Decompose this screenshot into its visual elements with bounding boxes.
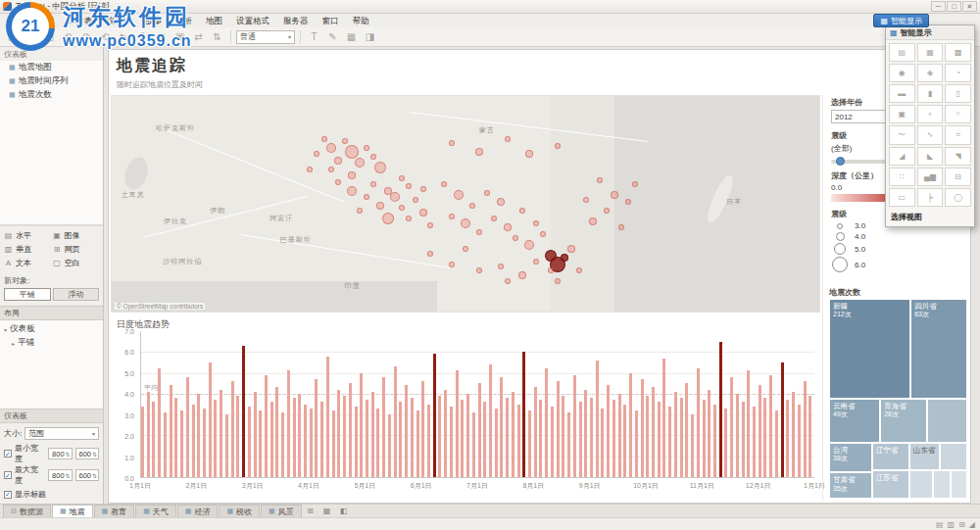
bar-mark[interactable] [483, 402, 486, 477]
earthquake-mark[interactable] [364, 194, 369, 200]
bar-mark[interactable] [747, 370, 750, 477]
sheet-tab[interactable]: ▦教育 [94, 505, 135, 517]
bar-mark[interactable] [366, 400, 368, 477]
bar-mark[interactable] [220, 390, 222, 477]
showme-scatter-plot[interactable]: ∷ [889, 168, 915, 186]
bar-mark[interactable] [534, 387, 537, 477]
sheet-tab[interactable]: ▦天气 [135, 505, 176, 517]
bar-mark[interactable] [275, 387, 278, 477]
bar-mark[interactable] [394, 366, 397, 477]
bar-mark[interactable] [170, 385, 172, 477]
bar-mark[interactable] [158, 368, 161, 477]
bar-mark[interactable] [293, 398, 296, 477]
bar-mark[interactable] [792, 392, 795, 477]
new-worksheet-icon[interactable]: ⊞ [153, 29, 170, 44]
sheet-tab[interactable]: ▦经济 [177, 505, 219, 517]
bar-mark[interactable] [798, 405, 801, 478]
size-mode-select[interactable]: 范围 ▾ [24, 427, 99, 440]
earthquake-mark[interactable] [406, 183, 412, 189]
menu-item[interactable]: 故事 [138, 14, 169, 27]
bar-mark[interactable] [337, 390, 340, 477]
tiled-toggle[interactable]: 平铺 [4, 288, 51, 301]
bar-mark[interactable] [804, 381, 807, 477]
pause-update-icon[interactable]: ‖ [134, 29, 151, 44]
earthquake-mark[interactable] [561, 254, 568, 262]
earthquake-mark[interactable] [376, 202, 384, 210]
treemap-block[interactable]: 新疆212次 [829, 299, 910, 399]
bar-mark[interactable] [567, 412, 570, 477]
size-legend-item[interactable]: 4.0 [831, 232, 966, 241]
showme-line-discrete[interactable]: ∿ [917, 125, 944, 146]
earthquake-mark[interactable] [567, 245, 575, 253]
bar-mark[interactable] [719, 342, 722, 477]
treemap-block[interactable] [951, 470, 967, 499]
save-icon[interactable]: ◫ [41, 29, 58, 44]
bar-mark[interactable] [713, 405, 716, 478]
object-text[interactable]: A文本 [4, 258, 51, 268]
bar-mark[interactable] [203, 409, 206, 477]
undo-icon[interactable]: ↶ [60, 29, 76, 44]
bar-mark[interactable] [236, 396, 239, 477]
earthquake-mark[interactable] [449, 214, 455, 219]
earthquake-mark[interactable] [399, 175, 405, 181]
earthquake-mark[interactable] [326, 143, 336, 153]
bar-mark[interactable] [528, 410, 531, 477]
size-legend-item[interactable]: 6.0 [831, 257, 966, 272]
size-checkbox[interactable]: ✓ [4, 450, 12, 458]
bar-mark[interactable] [500, 377, 503, 477]
treemap-block[interactable] [909, 470, 933, 499]
bar-mark[interactable] [522, 352, 525, 477]
showme-side-by-side-circle[interactable]: ⁘ [945, 105, 971, 123]
treemap-block[interactable]: 辽宁省 [872, 443, 909, 471]
earthquake-mark[interactable] [342, 138, 348, 144]
swap-axes-icon[interactable]: ⇄ [190, 29, 207, 44]
bar-mark[interactable] [461, 400, 464, 477]
bar-mark[interactable] [399, 402, 402, 477]
earthquake-mark[interactable] [449, 262, 455, 267]
earthquake-mark[interactable] [625, 199, 631, 205]
earthquake-mark[interactable] [357, 208, 363, 214]
showme-packed-bubbles[interactable]: ◯ [945, 188, 971, 207]
bar-mark[interactable] [786, 400, 789, 477]
earthquake-map-view[interactable]: © OpenStreetMap contributors 哈萨克斯坦蒙古土耳其伊… [111, 95, 820, 313]
bar-mark[interactable] [371, 392, 374, 477]
menu-item[interactable]: 帮助 [346, 14, 376, 27]
bar-mark[interactable] [231, 381, 234, 477]
earthquake-mark[interactable] [476, 229, 482, 235]
layout-tree-child[interactable]: ▸ 平铺 [0, 336, 103, 350]
bar-mark[interactable] [287, 370, 290, 477]
minimize-button[interactable]: ─ [931, 1, 946, 12]
bar-mark[interactable] [259, 410, 262, 477]
earthquake-mark[interactable] [374, 162, 386, 173]
earthquake-mark[interactable] [476, 267, 482, 273]
bar-mark[interactable] [703, 400, 706, 477]
sheet-list-item[interactable]: ▦地震次数 [0, 88, 103, 102]
bar-mark[interactable] [254, 392, 257, 477]
floating-toggle[interactable]: 浮动 [53, 288, 100, 301]
earthquake-mark[interactable] [334, 157, 342, 165]
showme-dual-line[interactable]: ≈ [945, 125, 971, 146]
treemap-block[interactable]: 四川省63次 [910, 299, 967, 399]
bar-mark[interactable] [775, 410, 778, 477]
bar-mark[interactable] [708, 390, 710, 477]
earthquake-mark[interactable] [475, 148, 483, 156]
showme-histogram[interactable]: ▄▆ [917, 168, 944, 186]
bar-mark[interactable] [450, 407, 453, 477]
show-me-panel-header[interactable]: ▦ 智能显示 [886, 25, 974, 40]
size-spinner[interactable]: 800⇅ [48, 469, 72, 481]
menu-item[interactable]: 仪表板 [100, 14, 139, 27]
bar-mark[interactable] [596, 361, 599, 477]
connect-data-icon[interactable]: ⊟ [23, 29, 39, 44]
bar-mark[interactable] [388, 414, 391, 477]
showme-symbol-map[interactable]: ◉ [889, 64, 915, 82]
earthquake-mark[interactable] [555, 143, 561, 149]
menu-item[interactable]: 设置格式 [229, 14, 276, 27]
earthquake-mark[interactable] [314, 151, 319, 157]
bar-mark[interactable] [685, 383, 688, 477]
earthquake-mark[interactable] [406, 216, 412, 221]
sheet-list-item[interactable]: ▦地震地图 [0, 61, 103, 74]
slider-handle[interactable] [836, 157, 845, 166]
bar-mark[interactable] [433, 354, 436, 477]
bar-mark[interactable] [192, 405, 195, 478]
new-dashboard-tab[interactable]: ▦ [319, 505, 335, 517]
